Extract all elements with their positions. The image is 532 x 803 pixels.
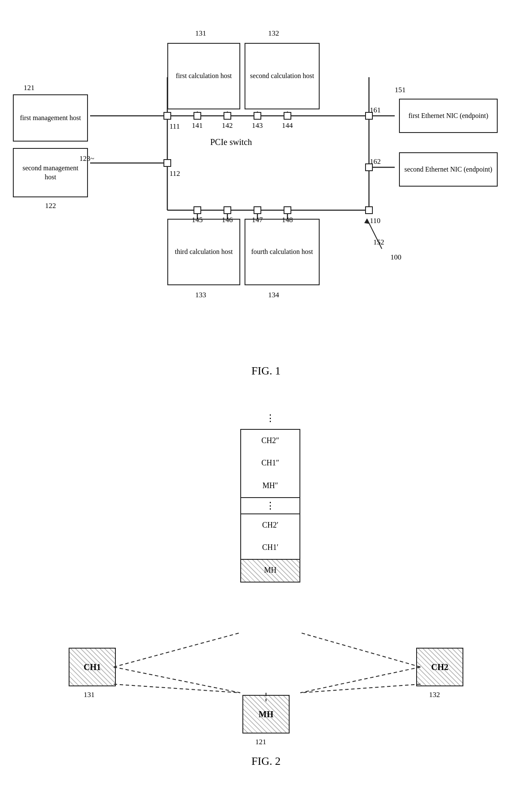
fourth-calc-host-box: fourth calculation host [245,219,320,285]
second-calc-host-box: second calculation host [245,43,320,109]
first-nic-box: first Ethernet NIC (endpoint) [399,99,498,133]
ref-145: 145 [192,216,203,224]
stack-ch1-prime: CH1′ [240,536,300,560]
second-nic-box: second Ethernet NIC (endpoint) [399,152,498,187]
svg-rect-18 [366,207,372,214]
svg-rect-22 [284,112,291,119]
svg-line-38 [300,667,420,693]
fig2-ref-121: 121 [255,738,266,746]
ref-147: 147 [252,216,263,224]
ref-162: 162 [370,157,381,166]
mh-center-box: MH [242,695,290,734]
ref-151: 151 [395,86,406,94]
svg-line-40 [300,684,420,693]
ref-134: 134 [268,291,279,299]
svg-marker-34 [364,219,370,224]
figure-2: ⋮ CH2″ CH1″ MH″ ⋮ CH2′ CH1′ MH CH1 MH CH… [0,386,532,772]
ref-112: 112 [169,169,180,178]
fig2-title: FIG. 2 [0,755,532,768]
svg-rect-20 [224,112,231,119]
stack-mh-hatch: MH [240,559,300,583]
svg-line-37 [114,684,240,693]
figure-1: first management host second management … [0,0,532,386]
ref-133: 133 [195,291,206,299]
ch1-left-box: CH1 [69,648,116,686]
svg-line-36 [114,633,240,667]
ref-152: 152 [373,238,384,247]
ref-146: 146 [222,216,233,224]
ref-132: 132 [268,29,279,38]
fig2-ref-131: 131 [84,691,95,699]
ref-131: 131 [195,29,206,38]
svg-rect-17 [164,160,171,166]
ref-122: 122 [45,202,56,210]
ch2-right-box: CH2 [416,648,463,686]
ref-144: 144 [282,121,293,130]
stack-ch1-double-prime: CH1″ [240,452,300,475]
stack-mh-double-prime: MH″ [240,474,300,498]
ref-143: 143 [252,121,263,130]
ref-100: 100 [390,253,402,262]
svg-line-35 [114,667,240,693]
svg-rect-16 [164,112,171,119]
third-calc-host-box: third calculation host [167,219,240,285]
svg-rect-23 [194,207,201,214]
svg-rect-25 [254,207,261,214]
stack-dots-mid: ⋮ [240,497,300,514]
svg-rect-24 [224,207,231,214]
svg-rect-19 [194,112,201,119]
ref-123: 123~ [79,154,94,163]
svg-rect-21 [254,112,261,119]
stack-dots-top: ⋮ [240,412,300,425]
ref-142: 142 [222,121,233,130]
svg-rect-26 [284,207,291,214]
fig2-ref-132: 132 [429,691,440,699]
ref-148: 148 [282,216,293,224]
fig1-title: FIG. 1 [0,365,532,377]
first-calc-host-box: first calculation host [167,43,240,109]
ref-111: 111 [169,122,180,131]
ref-110: 110 [370,217,381,225]
first-mgmt-host-box: first management host [13,94,88,142]
stack-ch2-prime: CH2′ [240,513,300,537]
second-mgmt-host-box: second management host [13,148,88,197]
pcie-switch-label: PCIe switch [210,137,252,147]
stack-ch2-double-prime: CH2″ [240,429,300,453]
ref-141: 141 [192,121,203,130]
svg-line-39 [300,633,420,667]
ref-121: 121 [24,84,35,92]
ref-161: 161 [370,106,381,115]
